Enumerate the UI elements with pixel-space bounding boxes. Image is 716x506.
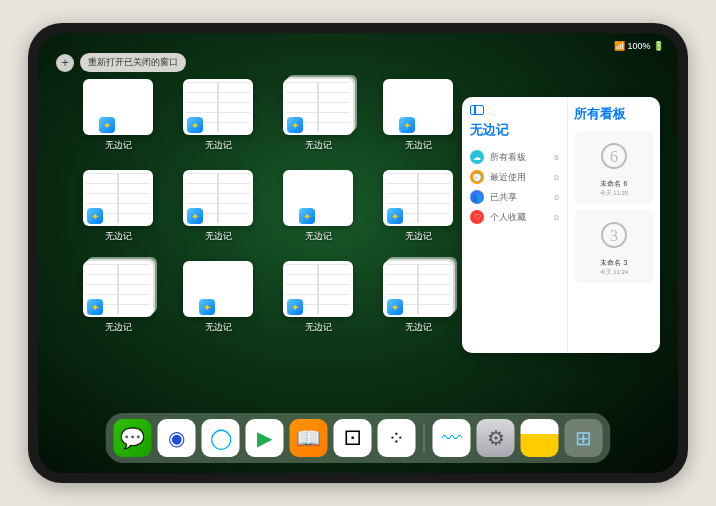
window-label: 无边记 — [105, 139, 132, 152]
board-name: 未命名 3 — [580, 258, 648, 268]
dock-app-game-die[interactable]: ⚀ — [334, 419, 372, 457]
window-thumbnail[interactable] — [183, 79, 253, 135]
window-tile[interactable]: 无边记 — [382, 261, 454, 334]
window-label: 无边记 — [405, 139, 432, 152]
window-thumbnail[interactable] — [283, 170, 353, 226]
sidebar-item-label: 最近使用 — [490, 171, 526, 184]
window-label: 无边记 — [205, 230, 232, 243]
sidebar-item-icon: 🕘 — [470, 170, 484, 184]
sidebar-item-label: 所有看板 — [490, 151, 526, 164]
panel-right-title: 所有看板 — [574, 105, 654, 123]
dock-separator — [424, 423, 425, 453]
freeform-app-badge-icon — [187, 208, 203, 224]
window-tile[interactable]: 无边记 — [82, 79, 154, 152]
freeform-app-badge-icon — [387, 208, 403, 224]
freeform-app-badge-icon — [299, 208, 315, 224]
sidebar-item-icon: 👥 — [470, 190, 484, 204]
board-sketch-icon: 6 — [594, 137, 634, 175]
window-thumbnail[interactable] — [183, 170, 253, 226]
window-label: 无边记 — [205, 139, 232, 152]
window-thumbnail[interactable] — [83, 261, 153, 317]
window-thumbnail[interactable] — [83, 170, 153, 226]
window-thumbnail[interactable] — [283, 261, 353, 317]
app-title: 无边记 — [470, 121, 559, 139]
svg-text:6: 6 — [610, 148, 618, 165]
freeform-app-badge-icon — [87, 208, 103, 224]
window-tile[interactable]: 无边记 — [282, 261, 354, 334]
dock-app-books[interactable]: 📖 — [290, 419, 328, 457]
window-thumbnail[interactable] — [183, 261, 253, 317]
sidebar-item-label: 个人收藏 — [490, 211, 526, 224]
sidebar-item-count: 0 — [554, 173, 558, 182]
sidebar-toggle-icon[interactable] — [470, 105, 484, 115]
freeform-app-badge-icon — [199, 299, 215, 315]
window-label: 无边记 — [305, 230, 332, 243]
restore-window-bar: + 重新打开已关闭的窗口 — [56, 53, 186, 72]
sidebar-item-count: 0 — [554, 193, 558, 202]
window-label: 无边记 — [305, 139, 332, 152]
window-thumbnail[interactable] — [83, 79, 153, 135]
window-tile[interactable]: 无边记 — [82, 170, 154, 243]
sidebar-item[interactable]: ☁所有看板8 — [470, 147, 559, 167]
window-tile[interactable]: 无边记 — [182, 79, 254, 152]
window-thumbnail[interactable] — [383, 170, 453, 226]
window-label: 无边记 — [205, 321, 232, 334]
window-thumbnail[interactable] — [383, 79, 453, 135]
freeform-app-badge-icon — [399, 117, 415, 133]
dock-app-wechat[interactable]: 💬 — [114, 419, 152, 457]
status-indicators: 📶 100% 🔋 — [614, 41, 664, 51]
status-bar: 📶 100% 🔋 — [52, 39, 664, 53]
window-label: 无边记 — [405, 321, 432, 334]
window-tile[interactable]: 无边记 — [282, 170, 354, 243]
freeform-app-badge-icon — [187, 117, 203, 133]
dock-app-play[interactable]: ▶ — [246, 419, 284, 457]
freeform-app-badge-icon — [287, 299, 303, 315]
sidebar-item-icon: ♡ — [470, 210, 484, 224]
window-tile[interactable]: 无边记 — [382, 170, 454, 243]
dock-app-connect[interactable]: ⁘ — [378, 419, 416, 457]
window-label: 无边记 — [305, 321, 332, 334]
freeform-app-badge-icon — [387, 299, 403, 315]
sidebar-item[interactable]: 🕘最近使用0 — [470, 167, 559, 187]
dock-app-freeform[interactable]: 〰 — [433, 419, 471, 457]
sidebar-item[interactable]: 👥已共享0 — [470, 187, 559, 207]
window-label: 无边记 — [105, 230, 132, 243]
board-card[interactable]: 3 未命名 3 今天 11:24 — [574, 210, 654, 283]
freeform-app-badge-icon — [87, 299, 103, 315]
reopen-closed-window-button[interactable]: 重新打开已关闭的窗口 — [80, 53, 186, 72]
window-switcher-grid: 无边记无边记无边记无边记无边记无边记无边记无边记无边记无边记无边记无边记 — [82, 79, 454, 334]
board-time: 今天 11:25 — [580, 189, 648, 198]
board-name: 未命名 6 — [580, 179, 648, 189]
panel-content: 所有看板 6 未命名 6 今天 11:25 3 未命名 3 今天 11:24 — [568, 97, 660, 353]
dock-app-app-library[interactable]: ⊞ — [565, 419, 603, 457]
window-tile[interactable]: 无边记 — [82, 261, 154, 334]
dock: 💬◉◯▶📖⚀⁘〰⚙⊞ — [106, 413, 611, 463]
dock-app-app-blue-circle[interactable]: ◉ — [158, 419, 196, 457]
window-label: 无边记 — [405, 230, 432, 243]
ipad-device: 📶 100% 🔋 + 重新打开已关闭的窗口 无边记无边记无边记无边记无边记无边记… — [28, 23, 688, 483]
sidebar-item-icon: ☁ — [470, 150, 484, 164]
window-thumbnail[interactable] — [383, 261, 453, 317]
new-window-button[interactable]: + — [56, 54, 74, 72]
window-label: 无边记 — [105, 321, 132, 334]
window-tile[interactable]: 无边记 — [182, 170, 254, 243]
panel-sidebar: 无边记 ☁所有看板8🕘最近使用0👥已共享0♡个人收藏0 — [462, 97, 568, 353]
svg-text:3: 3 — [610, 227, 618, 244]
dock-app-notes[interactable] — [521, 419, 559, 457]
dock-app-qq-browser[interactable]: ◯ — [202, 419, 240, 457]
window-tile[interactable]: 无边记 — [182, 261, 254, 334]
freeform-app-badge-icon — [99, 117, 115, 133]
freeform-app-panel[interactable]: ⋯ 无边记 ☁所有看板8🕘最近使用0👥已共享0♡个人收藏0 所有看板 6 未命名… — [462, 97, 660, 353]
window-tile[interactable]: 无边记 — [282, 79, 354, 152]
dock-app-settings[interactable]: ⚙ — [477, 419, 515, 457]
sidebar-item[interactable]: ♡个人收藏0 — [470, 207, 559, 227]
screen: 📶 100% 🔋 + 重新打开已关闭的窗口 无边记无边记无边记无边记无边记无边记… — [38, 33, 678, 473]
window-tile[interactable]: 无边记 — [382, 79, 454, 152]
sidebar-item-count: 0 — [554, 213, 558, 222]
board-card[interactable]: 6 未命名 6 今天 11:25 — [574, 131, 654, 204]
sidebar-item-label: 已共享 — [490, 191, 517, 204]
window-thumbnail[interactable] — [283, 79, 353, 135]
freeform-app-badge-icon — [287, 117, 303, 133]
board-time: 今天 11:24 — [580, 268, 648, 277]
board-sketch-icon: 3 — [594, 216, 634, 254]
